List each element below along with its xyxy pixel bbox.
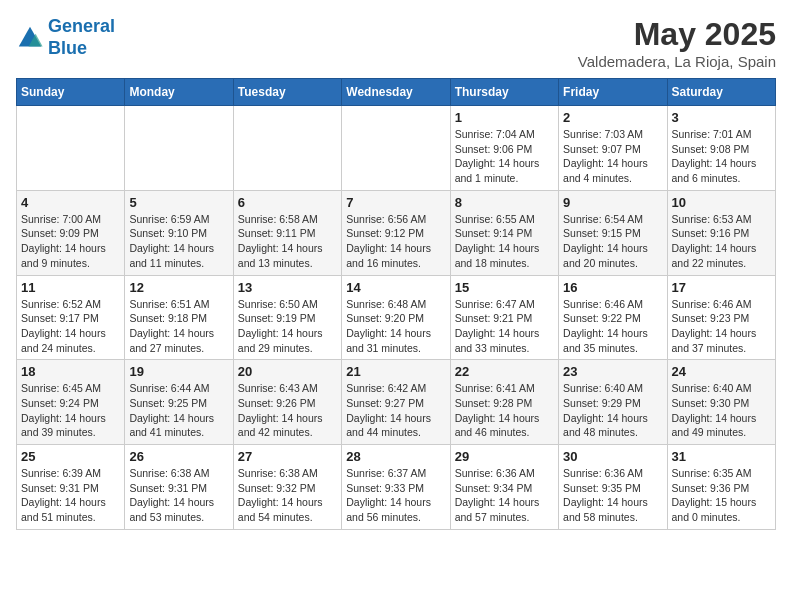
day-number: 6 bbox=[238, 195, 337, 210]
day-info: Sunrise: 6:59 AM Sunset: 9:10 PM Dayligh… bbox=[129, 212, 228, 271]
calendar-week-row: 18Sunrise: 6:45 AM Sunset: 9:24 PM Dayli… bbox=[17, 360, 776, 445]
day-number: 31 bbox=[672, 449, 771, 464]
day-number: 13 bbox=[238, 280, 337, 295]
day-number: 27 bbox=[238, 449, 337, 464]
month-title: May 2025 bbox=[578, 16, 776, 53]
calendar-cell: 6Sunrise: 6:58 AM Sunset: 9:11 PM Daylig… bbox=[233, 190, 341, 275]
day-info: Sunrise: 6:46 AM Sunset: 9:23 PM Dayligh… bbox=[672, 297, 771, 356]
calendar-cell: 1Sunrise: 7:04 AM Sunset: 9:06 PM Daylig… bbox=[450, 106, 558, 191]
day-info: Sunrise: 7:03 AM Sunset: 9:07 PM Dayligh… bbox=[563, 127, 662, 186]
page-header: General Blue May 2025 Valdemadera, La Ri… bbox=[16, 16, 776, 70]
day-info: Sunrise: 6:53 AM Sunset: 9:16 PM Dayligh… bbox=[672, 212, 771, 271]
calendar-cell: 30Sunrise: 6:36 AM Sunset: 9:35 PM Dayli… bbox=[559, 445, 667, 530]
calendar-table: SundayMondayTuesdayWednesdayThursdayFrid… bbox=[16, 78, 776, 530]
calendar-cell: 8Sunrise: 6:55 AM Sunset: 9:14 PM Daylig… bbox=[450, 190, 558, 275]
day-info: Sunrise: 6:47 AM Sunset: 9:21 PM Dayligh… bbox=[455, 297, 554, 356]
day-info: Sunrise: 6:44 AM Sunset: 9:25 PM Dayligh… bbox=[129, 381, 228, 440]
calendar-cell: 28Sunrise: 6:37 AM Sunset: 9:33 PM Dayli… bbox=[342, 445, 450, 530]
calendar-cell: 16Sunrise: 6:46 AM Sunset: 9:22 PM Dayli… bbox=[559, 275, 667, 360]
day-number: 5 bbox=[129, 195, 228, 210]
calendar-cell: 26Sunrise: 6:38 AM Sunset: 9:31 PM Dayli… bbox=[125, 445, 233, 530]
day-number: 14 bbox=[346, 280, 445, 295]
day-number: 26 bbox=[129, 449, 228, 464]
calendar-cell: 11Sunrise: 6:52 AM Sunset: 9:17 PM Dayli… bbox=[17, 275, 125, 360]
calendar-cell: 5Sunrise: 6:59 AM Sunset: 9:10 PM Daylig… bbox=[125, 190, 233, 275]
day-number: 19 bbox=[129, 364, 228, 379]
day-number: 20 bbox=[238, 364, 337, 379]
day-number: 21 bbox=[346, 364, 445, 379]
weekday-header: Thursday bbox=[450, 79, 558, 106]
day-info: Sunrise: 6:52 AM Sunset: 9:17 PM Dayligh… bbox=[21, 297, 120, 356]
weekday-header: Saturday bbox=[667, 79, 775, 106]
calendar-cell: 15Sunrise: 6:47 AM Sunset: 9:21 PM Dayli… bbox=[450, 275, 558, 360]
day-info: Sunrise: 6:45 AM Sunset: 9:24 PM Dayligh… bbox=[21, 381, 120, 440]
day-info: Sunrise: 6:39 AM Sunset: 9:31 PM Dayligh… bbox=[21, 466, 120, 525]
day-info: Sunrise: 6:38 AM Sunset: 9:32 PM Dayligh… bbox=[238, 466, 337, 525]
weekday-header: Wednesday bbox=[342, 79, 450, 106]
calendar-week-row: 11Sunrise: 6:52 AM Sunset: 9:17 PM Dayli… bbox=[17, 275, 776, 360]
calendar-cell bbox=[17, 106, 125, 191]
day-number: 17 bbox=[672, 280, 771, 295]
calendar-cell: 2Sunrise: 7:03 AM Sunset: 9:07 PM Daylig… bbox=[559, 106, 667, 191]
calendar-cell: 22Sunrise: 6:41 AM Sunset: 9:28 PM Dayli… bbox=[450, 360, 558, 445]
calendar-cell: 27Sunrise: 6:38 AM Sunset: 9:32 PM Dayli… bbox=[233, 445, 341, 530]
calendar-cell: 17Sunrise: 6:46 AM Sunset: 9:23 PM Dayli… bbox=[667, 275, 775, 360]
day-number: 8 bbox=[455, 195, 554, 210]
calendar-cell: 19Sunrise: 6:44 AM Sunset: 9:25 PM Dayli… bbox=[125, 360, 233, 445]
day-info: Sunrise: 6:46 AM Sunset: 9:22 PM Dayligh… bbox=[563, 297, 662, 356]
calendar-cell bbox=[342, 106, 450, 191]
weekday-header: Monday bbox=[125, 79, 233, 106]
day-number: 22 bbox=[455, 364, 554, 379]
day-info: Sunrise: 6:37 AM Sunset: 9:33 PM Dayligh… bbox=[346, 466, 445, 525]
logo-line2: Blue bbox=[48, 38, 87, 58]
calendar-cell: 23Sunrise: 6:40 AM Sunset: 9:29 PM Dayli… bbox=[559, 360, 667, 445]
calendar-cell: 21Sunrise: 6:42 AM Sunset: 9:27 PM Dayli… bbox=[342, 360, 450, 445]
day-number: 28 bbox=[346, 449, 445, 464]
logo-line1: General bbox=[48, 16, 115, 36]
day-number: 10 bbox=[672, 195, 771, 210]
day-info: Sunrise: 6:58 AM Sunset: 9:11 PM Dayligh… bbox=[238, 212, 337, 271]
day-number: 7 bbox=[346, 195, 445, 210]
day-number: 24 bbox=[672, 364, 771, 379]
day-info: Sunrise: 6:43 AM Sunset: 9:26 PM Dayligh… bbox=[238, 381, 337, 440]
day-info: Sunrise: 6:54 AM Sunset: 9:15 PM Dayligh… bbox=[563, 212, 662, 271]
calendar-cell: 9Sunrise: 6:54 AM Sunset: 9:15 PM Daylig… bbox=[559, 190, 667, 275]
calendar-cell: 7Sunrise: 6:56 AM Sunset: 9:12 PM Daylig… bbox=[342, 190, 450, 275]
day-info: Sunrise: 6:50 AM Sunset: 9:19 PM Dayligh… bbox=[238, 297, 337, 356]
day-info: Sunrise: 7:00 AM Sunset: 9:09 PM Dayligh… bbox=[21, 212, 120, 271]
day-number: 1 bbox=[455, 110, 554, 125]
calendar-cell: 24Sunrise: 6:40 AM Sunset: 9:30 PM Dayli… bbox=[667, 360, 775, 445]
day-info: Sunrise: 7:04 AM Sunset: 9:06 PM Dayligh… bbox=[455, 127, 554, 186]
day-number: 9 bbox=[563, 195, 662, 210]
calendar-cell: 25Sunrise: 6:39 AM Sunset: 9:31 PM Dayli… bbox=[17, 445, 125, 530]
day-number: 29 bbox=[455, 449, 554, 464]
day-number: 4 bbox=[21, 195, 120, 210]
location-subtitle: Valdemadera, La Rioja, Spain bbox=[578, 53, 776, 70]
calendar-week-row: 1Sunrise: 7:04 AM Sunset: 9:06 PM Daylig… bbox=[17, 106, 776, 191]
calendar-cell: 29Sunrise: 6:36 AM Sunset: 9:34 PM Dayli… bbox=[450, 445, 558, 530]
weekday-header: Sunday bbox=[17, 79, 125, 106]
day-info: Sunrise: 6:56 AM Sunset: 9:12 PM Dayligh… bbox=[346, 212, 445, 271]
day-number: 15 bbox=[455, 280, 554, 295]
day-info: Sunrise: 6:55 AM Sunset: 9:14 PM Dayligh… bbox=[455, 212, 554, 271]
calendar-cell: 4Sunrise: 7:00 AM Sunset: 9:09 PM Daylig… bbox=[17, 190, 125, 275]
logo-icon bbox=[16, 24, 44, 52]
day-info: Sunrise: 6:35 AM Sunset: 9:36 PM Dayligh… bbox=[672, 466, 771, 525]
day-info: Sunrise: 6:36 AM Sunset: 9:34 PM Dayligh… bbox=[455, 466, 554, 525]
day-number: 16 bbox=[563, 280, 662, 295]
day-info: Sunrise: 6:48 AM Sunset: 9:20 PM Dayligh… bbox=[346, 297, 445, 356]
calendar-cell: 20Sunrise: 6:43 AM Sunset: 9:26 PM Dayli… bbox=[233, 360, 341, 445]
day-number: 18 bbox=[21, 364, 120, 379]
calendar-cell: 10Sunrise: 6:53 AM Sunset: 9:16 PM Dayli… bbox=[667, 190, 775, 275]
logo: General Blue bbox=[16, 16, 115, 59]
day-number: 25 bbox=[21, 449, 120, 464]
calendar-cell bbox=[125, 106, 233, 191]
calendar-cell: 13Sunrise: 6:50 AM Sunset: 9:19 PM Dayli… bbox=[233, 275, 341, 360]
calendar-cell: 18Sunrise: 6:45 AM Sunset: 9:24 PM Dayli… bbox=[17, 360, 125, 445]
calendar-week-row: 4Sunrise: 7:00 AM Sunset: 9:09 PM Daylig… bbox=[17, 190, 776, 275]
calendar-cell: 12Sunrise: 6:51 AM Sunset: 9:18 PM Dayli… bbox=[125, 275, 233, 360]
weekday-header-row: SundayMondayTuesdayWednesdayThursdayFrid… bbox=[17, 79, 776, 106]
day-number: 2 bbox=[563, 110, 662, 125]
title-block: May 2025 Valdemadera, La Rioja, Spain bbox=[578, 16, 776, 70]
day-info: Sunrise: 6:42 AM Sunset: 9:27 PM Dayligh… bbox=[346, 381, 445, 440]
